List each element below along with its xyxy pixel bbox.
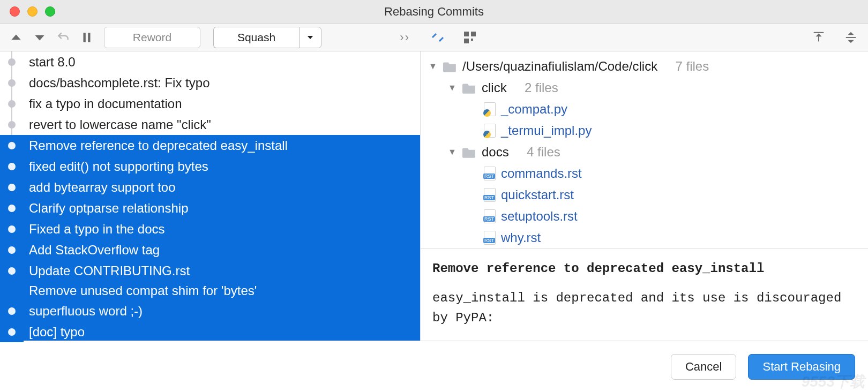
commit-row[interactable]: Add StackOverflow tag	[24, 239, 420, 260]
commit-row[interactable]: Clarify optparse relationship	[24, 198, 420, 218]
commit-gutter-dot	[0, 114, 24, 135]
commit-detail: Remove reference to deprecated easy_inst…	[421, 248, 868, 341]
commit-row[interactable]: revert to lowercase name "click"	[24, 114, 420, 135]
squash-label: Squash	[237, 31, 275, 44]
commit-list[interactable]: start 8.0docs/bashcomplete.rst: Fix typo…	[24, 51, 420, 341]
tree-file-name: _termui_impl.py	[501, 123, 592, 138]
commit-detail-body: easy_install is deprecated and its use i…	[432, 288, 856, 328]
main-body: start 8.0docs/bashcomplete.rst: Fix typo…	[0, 51, 868, 341]
tree-file-row[interactable]: setuptools.rst	[421, 206, 868, 227]
dialog-footer: Cancel Start Rebasing	[0, 341, 868, 392]
tree-file-row[interactable]: commands.rst	[421, 163, 868, 184]
tree-file-row[interactable]: quickstart.rst	[421, 184, 868, 206]
tree-folder-name: click	[482, 80, 507, 95]
squash-dropdown-button[interactable]	[299, 27, 321, 48]
tree-file-row[interactable]: _compat.py	[421, 99, 868, 120]
svg-rect-5	[471, 39, 473, 41]
chevron-down-icon[interactable]: ▼	[447, 147, 457, 157]
svg-rect-6	[814, 32, 824, 33]
rst-file-icon	[484, 209, 496, 223]
minimize-window-button[interactable]	[27, 6, 38, 17]
commit-row[interactable]: Remove unused compat shim for 'bytes'	[24, 281, 420, 300]
reword-button[interactable]: Reword	[104, 27, 200, 48]
collapse-diff-icon[interactable]	[427, 27, 448, 48]
tree-folder-row[interactable]: ▼docs 4 files	[421, 141, 868, 163]
tree-root-count: 7 files	[675, 59, 709, 74]
reword-label: Reword	[133, 31, 171, 44]
move-down-button[interactable]	[29, 27, 50, 48]
more-actions-button[interactable]: ››	[400, 31, 410, 44]
tree-file-name: quickstart.rst	[501, 187, 574, 202]
commit-row[interactable]: add bytearray support too	[24, 177, 420, 198]
start-rebasing-label: Start Rebasing	[762, 360, 841, 374]
rst-file-icon	[484, 188, 496, 202]
commit-row[interactable]: superfluous word ;-)	[24, 300, 420, 321]
commit-gutter-dot	[0, 239, 24, 260]
tree-root-row[interactable]: ▼/Users/quazinafiulislam/Code/click 7 fi…	[421, 56, 868, 77]
tree-file-name: why.rst	[501, 230, 541, 245]
tree-file-name: setuptools.rst	[501, 209, 578, 224]
commit-row[interactable]: start 8.0	[24, 51, 420, 72]
svg-rect-7	[818, 36, 819, 41]
layout-grid-icon[interactable]	[459, 27, 481, 48]
rst-file-icon	[484, 231, 496, 245]
commit-gutter-dot	[0, 260, 24, 281]
commit-gutter-dot	[0, 51, 24, 72]
expand-all-icon[interactable]	[840, 27, 862, 48]
chevron-down-icon[interactable]: ▼	[447, 83, 457, 93]
collapse-all-icon[interactable]	[808, 27, 829, 48]
commit-gutter-dot	[0, 72, 24, 93]
commit-gutter-dot	[0, 281, 24, 300]
cancel-label: Cancel	[685, 360, 722, 374]
commit-list-pane: start 8.0docs/bashcomplete.rst: Fix typo…	[0, 51, 421, 341]
svg-rect-1	[88, 33, 90, 42]
commit-row[interactable]: Fixed a typo in the docs	[24, 218, 420, 239]
tree-folder-count: 4 files	[527, 145, 560, 160]
move-up-button[interactable]	[5, 27, 27, 48]
svg-rect-3	[471, 32, 476, 36]
folder-icon	[462, 82, 476, 94]
rst-file-icon	[484, 167, 496, 180]
toolbar-left: Reword Squash ››	[0, 27, 421, 48]
tree-file-row[interactable]: _termui_impl.py	[421, 120, 868, 141]
commit-gutter-dot	[0, 198, 24, 218]
commit-gutter-dot	[0, 135, 24, 156]
commit-gutter-dot	[0, 177, 24, 198]
tree-file-name: commands.rst	[501, 166, 582, 181]
zoom-window-button[interactable]	[45, 6, 55, 17]
commit-row[interactable]: Update CONTRIBUTING.rst	[24, 260, 420, 281]
commit-gutter-dot	[0, 218, 24, 239]
more-glyph: ››	[400, 31, 410, 44]
commit-row[interactable]: docs/bashcomplete.rst: Fix typo	[24, 72, 420, 93]
pause-button[interactable]	[76, 27, 98, 48]
squash-split-button: Squash	[213, 27, 321, 48]
undo-button[interactable]	[53, 27, 74, 48]
python-file-icon	[484, 102, 496, 116]
cancel-button[interactable]: Cancel	[671, 354, 736, 380]
start-rebasing-button[interactable]: Start Rebasing	[748, 354, 855, 380]
svg-rect-2	[464, 32, 469, 36]
commit-gutter	[0, 51, 24, 341]
tree-root-path: /Users/quazinafiulislam/Code/click	[462, 59, 657, 74]
folder-icon	[443, 61, 457, 72]
tree-file-name: _compat.py	[501, 102, 567, 117]
commit-row[interactable]: [doc] typo	[24, 321, 420, 341]
commit-gutter-dot	[0, 156, 24, 177]
tree-folder-row[interactable]: ▼click 2 files	[421, 77, 868, 99]
close-window-button[interactable]	[10, 6, 20, 17]
commit-detail-title: Remove reference to deprecated easy_inst…	[432, 259, 856, 278]
python-file-icon	[484, 124, 496, 138]
file-tree[interactable]: ▼/Users/quazinafiulislam/Code/click 7 fi…	[421, 51, 868, 248]
commit-row[interactable]: fixed edit() not supporting bytes	[24, 156, 420, 177]
tree-file-row[interactable]: why.rst	[421, 227, 868, 248]
folder-icon	[462, 146, 476, 158]
commit-row[interactable]: Remove reference to deprecated easy_inst…	[24, 135, 420, 156]
tree-folder-count: 2 files	[525, 80, 558, 95]
squash-button[interactable]: Squash	[213, 27, 299, 48]
commit-row[interactable]: fix a typo in documentation	[24, 93, 420, 114]
changes-pane: ▼/Users/quazinafiulislam/Code/click 7 fi…	[421, 51, 868, 341]
titlebar: Rebasing Commits	[0, 0, 868, 24]
svg-rect-0	[84, 33, 86, 42]
chevron-down-icon[interactable]: ▼	[428, 62, 438, 71]
commit-gutter-dot	[0, 93, 24, 114]
